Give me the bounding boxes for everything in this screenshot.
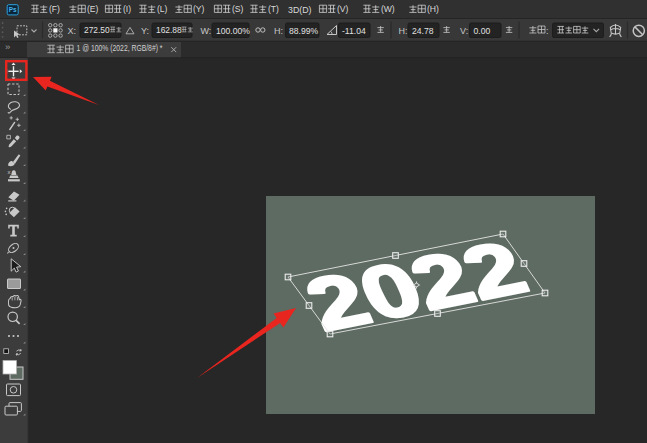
svg-text:1 @ 100% (2022, RGB/8#) *: 1 @ 100% (2022, RGB/8#) * [77, 43, 163, 53]
svg-text:W:: W: [201, 26, 212, 36]
svg-text:-11.04: -11.04 [342, 26, 366, 36]
svg-text:162.88: 162.88 [156, 25, 182, 35]
svg-text:(V): (V) [337, 4, 349, 14]
svg-text:(L): (L) [157, 4, 168, 14]
svg-text:0.00: 0.00 [474, 26, 491, 36]
svg-text::: : [546, 26, 549, 36]
svg-text:(W): (W) [381, 4, 395, 14]
svg-text:(I): (I) [123, 4, 131, 14]
svg-text:(Y): (Y) [193, 4, 205, 14]
svg-text:272.50: 272.50 [84, 25, 110, 35]
svg-text:24.78: 24.78 [412, 26, 434, 36]
svg-text:(H): (H) [427, 4, 439, 14]
svg-text:88.99%: 88.99% [289, 26, 319, 36]
svg-text:(T): (T) [268, 4, 279, 14]
svg-text:Y:: Y: [141, 26, 149, 36]
svg-text:x: x [8, 169, 11, 175]
svg-text:»: » [5, 41, 10, 52]
svg-text:(E): (E) [87, 4, 99, 14]
svg-text:H:: H: [399, 26, 408, 36]
svg-text:(S): (S) [232, 4, 244, 14]
svg-text:(F): (F) [49, 4, 60, 14]
svg-text:V:: V: [460, 26, 468, 36]
svg-text:100.00%: 100.00% [216, 26, 250, 36]
svg-text:X:: X: [68, 26, 77, 36]
svg-text:Ps: Ps [9, 6, 17, 13]
svg-text:3D(D): 3D(D) [288, 5, 312, 15]
svg-text:H:: H: [274, 26, 283, 36]
